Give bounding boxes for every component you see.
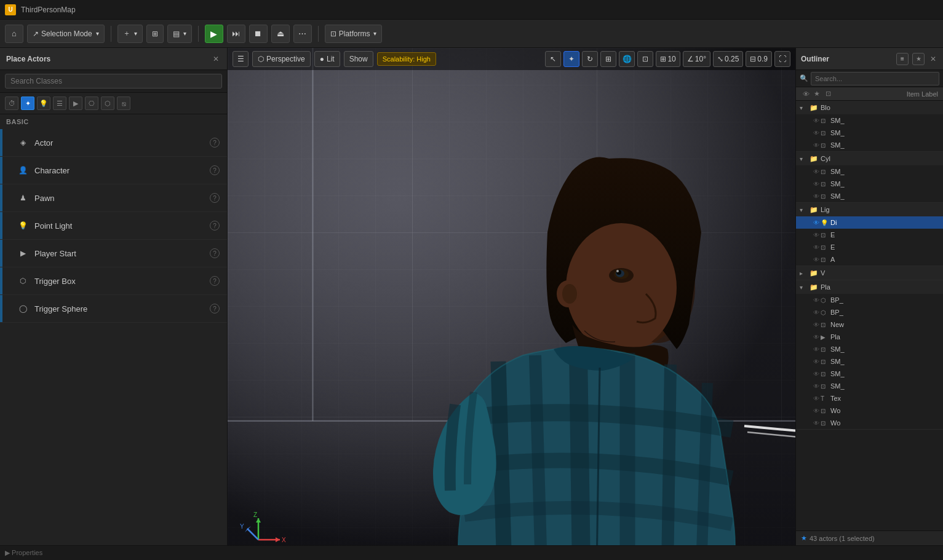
actor-help-actor[interactable]: ? — [210, 138, 220, 148]
tree-item-bp1[interactable]: 👁 ⬡ BP_ — [796, 294, 943, 306]
actor-item-player-start[interactable]: ▶ Player Start ? — [0, 240, 227, 267]
outliner-star-button[interactable]: ★ — [912, 53, 925, 65]
select-tool-button[interactable]: ↖ — [545, 51, 561, 67]
tree-item-new[interactable]: 👁 ⊡ New — [796, 318, 943, 331]
filter-recent[interactable]: ⏱ — [5, 97, 18, 110]
tree-item-a1[interactable]: 👁 ⊡ A — [796, 253, 943, 266]
rotate-tool-button[interactable]: ↻ — [582, 51, 598, 67]
item-icon-e2: ⊡ — [821, 244, 828, 251]
tree-item-e2[interactable]: 👁 ⊡ E — [796, 241, 943, 253]
tree-item-wo2[interactable]: 👁 ⊡ Wo — [796, 417, 943, 429]
tree-group-pla-header[interactable]: ▾ 📁 Pla — [796, 280, 943, 294]
actor-item-pawn[interactable]: ♟ Pawn ? — [0, 184, 227, 212]
tree-item-bp2[interactable]: 👁 ⬡ BP_ — [796, 306, 943, 318]
perspective-button[interactable]: ⬡ Perspective — [252, 51, 311, 67]
add-actor-button[interactable]: ＋ — [117, 25, 143, 43]
actor-item-trigger-sphere[interactable]: ◯ Trigger Sphere ? — [0, 295, 227, 323]
player-start-icon: ▶ — [17, 248, 28, 259]
home-button[interactable]: ⌂ — [5, 25, 23, 43]
actor-name-trigger-sphere: Trigger Sphere — [34, 304, 210, 314]
tree-item-tex[interactable]: 👁 T Tex — [796, 392, 943, 404]
actor-item-character[interactable]: 👤 Character ? — [0, 157, 227, 184]
selection-mode-button[interactable]: ↗ Selection Mode — [27, 25, 105, 43]
dist-button[interactable]: ⊟ 0.9 — [746, 51, 772, 67]
outliner-filter-button[interactable]: ≡ — [896, 53, 909, 65]
tree-item-sm1[interactable]: 👁 ⊡ SM_ — [796, 114, 943, 127]
item-icon-sm5: ⊡ — [821, 358, 828, 365]
stream-button[interactable]: ▤ — [167, 25, 192, 43]
filter-visual[interactable]: ⎔ — [85, 97, 98, 110]
filter-basic[interactable]: ✦ — [21, 97, 34, 110]
tree-arrow-v: ▸ — [800, 270, 807, 277]
show-button[interactable]: Show — [344, 51, 373, 67]
tree-group-v-header[interactable]: ▸ 📁 V — [796, 266, 943, 280]
actor-item-point-light[interactable]: 💡 Point Light ? — [0, 212, 227, 240]
filter-shapes[interactable]: ☰ — [53, 97, 66, 110]
scale-button[interactable]: ⤡ 0.25 — [713, 51, 743, 67]
tree-item-sm6[interactable]: 👁 ⊡ SM_ — [796, 368, 943, 380]
tree-item-pla2[interactable]: 👁 ▶ Pla — [796, 331, 943, 343]
stop-button[interactable]: ⏹ — [249, 25, 268, 43]
surface-snap-button[interactable]: ⊡ — [637, 51, 653, 67]
tree-arrow-lig: ▾ — [800, 207, 807, 213]
tree-item-sm3[interactable]: 👁 ⊡ SM_ — [796, 139, 943, 151]
tree-item-sm4[interactable]: 👁 ⊡ SM_ — [796, 343, 943, 355]
scale-icon: ⤡ — [717, 55, 723, 63]
outliner-tree[interactable]: ▾ 📁 Blo 👁 ⊡ SM_ 👁 ⊡ SM_ 👁 ⊡ SM_ — [796, 101, 943, 530]
viewport-canvas[interactable]: X Z Y — [228, 48, 795, 545]
svg-text:X: X — [282, 537, 286, 543]
more-options-button[interactable]: ⋯ — [293, 25, 312, 43]
actor-help-trigger-box[interactable]: ? — [210, 276, 220, 286]
actor-item-actor[interactable]: ◈ Actor ? — [0, 129, 227, 157]
tree-group-blo-header[interactable]: ▾ 📁 Blo — [796, 101, 943, 114]
item-icon-e1: ⊡ — [821, 232, 828, 239]
viewport-menu-button[interactable]: ☰ — [233, 51, 249, 67]
tree-item-cyl3[interactable]: 👁 ⊡ SM_ — [796, 190, 943, 202]
actor-help-point-light[interactable]: ? — [210, 221, 220, 231]
tree-item-cyl1[interactable]: 👁 ⊡ SM_ — [796, 165, 943, 178]
tree-item-di[interactable]: 👁 💡 Di — [796, 216, 943, 229]
actor-help-trigger-sphere[interactable]: ? — [210, 304, 220, 314]
scalability-badge[interactable]: Scalability: High — [377, 52, 436, 66]
tree-item-name-cyl1: SM_ — [830, 168, 939, 175]
eject-button[interactable]: ⏏ — [271, 25, 290, 43]
panel-close-button[interactable]: ✕ — [211, 54, 221, 64]
svg-text:Y: Y — [240, 523, 244, 530]
actor-help-character[interactable]: ? — [210, 165, 220, 175]
tree-item-e1[interactable]: 👁 ⊡ E — [796, 229, 943, 241]
maximize-button[interactable]: ⛶ — [774, 51, 790, 67]
filter-lights[interactable]: 💡 — [37, 97, 50, 110]
star-col-icon[interactable]: ★ — [812, 89, 822, 99]
type-col-icon[interactable]: ⊡ — [823, 89, 833, 99]
vis-icon-sm6: 👁 — [813, 371, 819, 377]
play-button[interactable]: ▶ — [205, 25, 223, 43]
outliner-close-button[interactable]: ✕ — [928, 54, 938, 64]
world-tool-button[interactable]: 🌐 — [619, 51, 635, 67]
actor-help-pawn[interactable]: ? — [210, 193, 220, 203]
lit-button[interactable]: ● Lit — [314, 51, 340, 67]
outliner-search-input[interactable] — [811, 72, 939, 85]
grid-snap-button[interactable]: ⊞ — [146, 25, 164, 43]
visibility-col-icon[interactable]: 👁 — [801, 89, 811, 99]
filter-cinematic[interactable]: ▶ — [69, 97, 82, 110]
platforms-button[interactable]: ⊡ Platforms — [325, 25, 383, 43]
angle-button[interactable]: ∠ 10° — [683, 51, 710, 67]
tree-group-lig-header[interactable]: ▾ 📁 Lig — [796, 203, 943, 216]
grid-size-button[interactable]: ⊞ 10 — [656, 51, 680, 67]
translate-tool-button[interactable]: ✦ — [563, 51, 579, 67]
filter-volumes[interactable]: ⬡ — [101, 97, 114, 110]
tree-item-wo1[interactable]: 👁 ⊡ Wo — [796, 404, 943, 417]
scale-tool-button[interactable]: ⊞ — [600, 51, 616, 67]
actor-item-trigger-box[interactable]: ⬡ Trigger Box ? — [0, 267, 227, 295]
filter-all[interactable]: ⧅ — [117, 97, 130, 110]
skip-button[interactable]: ⏭ — [227, 25, 245, 43]
search-classes-input[interactable] — [5, 74, 222, 89]
tree-group-cyl-header[interactable]: ▾ 📁 Cyl — [796, 152, 943, 165]
actor-help-player-start[interactable]: ? — [210, 248, 220, 258]
tree-item-sm5[interactable]: 👁 ⊡ SM_ — [796, 355, 943, 368]
tree-item-sm7[interactable]: 👁 ⊡ SM_ — [796, 380, 943, 392]
tree-item-name-bp2: BP_ — [830, 309, 939, 316]
tree-item-cyl2[interactable]: 👁 ⊡ SM_ — [796, 178, 943, 190]
viewport-area[interactable]: ☰ ⬡ Perspective ● Lit Show Scalability: … — [228, 48, 795, 545]
tree-item-sm2[interactable]: 👁 ⊡ SM_ — [796, 127, 943, 139]
